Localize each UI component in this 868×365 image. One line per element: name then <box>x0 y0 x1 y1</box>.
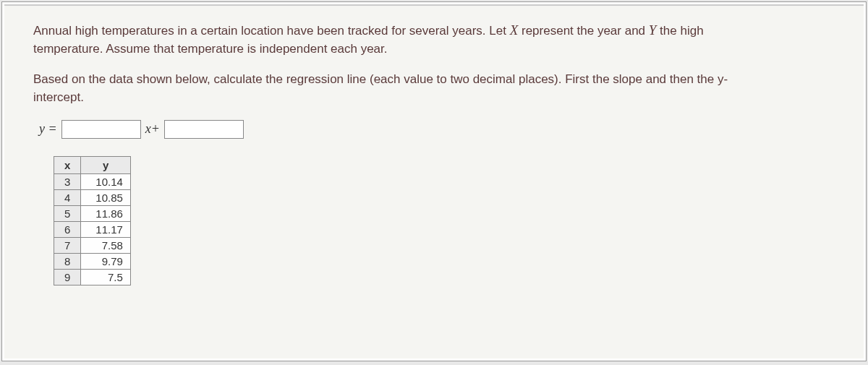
variable-x: X <box>510 22 519 38</box>
cell-x: 7 <box>54 237 81 253</box>
table-row: 5 11.86 <box>54 205 131 221</box>
cell-y: 11.17 <box>81 221 131 237</box>
x-plus-label: x+ <box>145 121 160 137</box>
problem-paragraph-1: Annual high temperatures in a certain lo… <box>33 20 757 58</box>
problem-text-1a: Annual high temperatures in a certain lo… <box>33 24 510 38</box>
question-body: Annual high temperatures in a certain lo… <box>4 4 864 358</box>
table-row: 9 7.5 <box>54 269 131 285</box>
regression-equation: y = x+ <box>39 120 835 139</box>
cell-x: 9 <box>54 269 81 285</box>
table-row: 8 9.79 <box>54 253 131 269</box>
problem-text-1b: represent the year and <box>518 24 649 38</box>
slope-input[interactable] <box>61 120 141 139</box>
table-row: 7 7.58 <box>54 237 131 253</box>
table-row: 6 11.17 <box>54 221 131 237</box>
intercept-input[interactable] <box>164 120 244 139</box>
table-row: 4 10.85 <box>54 189 131 205</box>
variable-y: Y <box>649 22 657 38</box>
cell-y: 11.86 <box>81 205 131 221</box>
header-x: x <box>54 156 81 173</box>
cell-x: 4 <box>54 189 81 205</box>
data-table: x y 3 10.14 4 10.85 5 11.86 6 <box>54 156 131 285</box>
cell-y: 10.85 <box>81 189 131 205</box>
y-equals-label: y = <box>39 121 57 137</box>
header-y: y <box>81 156 131 173</box>
problem-paragraph-2: Based on the data shown below, calculate… <box>33 71 757 106</box>
cell-x: 8 <box>54 253 81 269</box>
table-header-row: x y <box>54 156 131 173</box>
cell-y: 7.58 <box>81 237 131 253</box>
cell-x: 6 <box>54 221 81 237</box>
cell-x: 3 <box>54 173 81 189</box>
table-row: 3 10.14 <box>54 173 131 189</box>
cell-y: 9.79 <box>81 253 131 269</box>
question-frame: Annual high temperatures in a certain lo… <box>1 1 867 361</box>
cell-y: 10.14 <box>81 173 131 189</box>
cell-y: 7.5 <box>81 269 131 285</box>
cell-x: 5 <box>54 205 81 221</box>
